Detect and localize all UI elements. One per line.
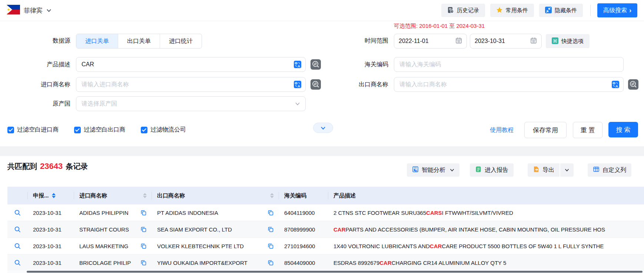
enter-report-label: 进入报告 (485, 166, 508, 174)
sort-icon[interactable] (143, 193, 147, 198)
report-notebook-icon (475, 166, 482, 174)
magnifier-icon[interactable] (14, 226, 21, 233)
copy-icon[interactable] (268, 226, 274, 233)
favorite-conditions-button[interactable]: 常用条件 (490, 4, 534, 17)
copy-icon[interactable] (140, 210, 147, 216)
exporter-input[interactable] (394, 77, 624, 92)
chevron-down-icon (565, 169, 569, 172)
copy-icon[interactable] (140, 243, 147, 249)
filter-blank-exporter[interactable]: 过滤空白出口商 (74, 126, 125, 134)
copy-icon[interactable] (140, 226, 147, 233)
row-importer-cell: ADIDAS PHILIPPIN (74, 204, 152, 221)
result-count-suffix: 条记录 (66, 162, 88, 172)
command-icon: ⌘ (552, 37, 558, 45)
fuzzy-search-toggle-icon[interactable] (311, 59, 321, 70)
tab-import-statistics[interactable]: 进口统计 (160, 34, 202, 48)
search-button[interactable]: 搜 索 (608, 122, 638, 137)
advanced-search-button[interactable]: 高级搜索 › (597, 3, 637, 17)
header-exporter[interactable]: 出口商名称 (152, 187, 279, 204)
row-description: 2 CTNS STC FOOTWEAR SURU365 CARS I FTWWH… (328, 204, 644, 221)
fuzzy-search-toggle-icon[interactable] (628, 79, 638, 90)
hide-conditions-button[interactable]: 隐藏条件 (539, 4, 583, 17)
star-icon (496, 7, 503, 14)
magnifier-icon[interactable] (14, 243, 21, 250)
tab-export-declarations[interactable]: 出口关单 (118, 34, 160, 48)
row-hs-code: 8504409000 (279, 254, 328, 271)
copy-icon[interactable] (268, 260, 274, 266)
filter-blank-importer[interactable]: 过滤空白进口商 (7, 126, 59, 134)
row-exporter-text: YIWU OUKAIDA IMPORT&EXPORT (157, 260, 248, 266)
row-exporter-cell: VOLKER KLEBTECHNIK PTE LTD (152, 238, 279, 254)
header-importer[interactable]: 进口商名称 (74, 187, 152, 204)
row-description: CAR PARTS AND ACCESSORIES (BUMPER, AIR I… (328, 221, 644, 237)
table-body: 2023-10-31 ADIDAS PHILIPPIN PT ADIDAS IN… (7, 204, 644, 271)
row-detail-cell (7, 204, 28, 221)
export-button-group: 导出 (528, 163, 574, 177)
quick-options-button[interactable]: ⌘ 快捷选项 (546, 34, 590, 48)
export-doc-icon (533, 166, 540, 174)
copy-icon[interactable] (140, 260, 147, 266)
importer-input[interactable] (76, 77, 306, 92)
row-hs-code: 8708999900 (279, 221, 328, 237)
translate-icon[interactable]: 中A (294, 81, 301, 88)
tutorial-link[interactable]: 使用教程 (490, 123, 514, 137)
copy-icon[interactable] (268, 210, 274, 216)
smart-analysis-button[interactable]: BI 智能分析 (407, 163, 459, 177)
row-importer-text: ADIDAS PHILIPPIN (79, 210, 129, 216)
row-importer-text: STRAIGHT COURS (79, 226, 129, 233)
hs-code-input[interactable] (394, 57, 624, 72)
export-button[interactable]: 导出 (528, 163, 560, 177)
hide-conditions-label: 隐藏条件 (555, 7, 577, 14)
fuzzy-search-toggle-icon[interactable] (311, 79, 321, 90)
quick-options-label: 快捷选项 (561, 38, 584, 45)
history-button[interactable]: 历史记录 (441, 4, 485, 17)
country-selector[interactable]: 菲律宾 (7, 5, 52, 16)
row-date: 2023-10-31 (28, 204, 74, 221)
row-detail-cell (7, 221, 28, 237)
filter-logistics-company[interactable]: 过滤物流公司 (141, 126, 186, 134)
chevron-down-icon (450, 169, 454, 172)
filter-label: 过滤物流公司 (150, 126, 186, 134)
custom-columns-button[interactable]: 自定义列 (588, 163, 631, 177)
filter-checkbox-row: 过滤空白进口商 过滤空白出口商 过滤物流公司 (7, 126, 186, 134)
exporter-label: 出口商名称 (325, 77, 388, 92)
table-header-row: 申报... 进口商名称 出口商名称 海关编码 产品描述 (7, 187, 644, 204)
translate-icon[interactable]: 中A (294, 61, 301, 68)
row-date: 2023-10-31 (28, 254, 74, 271)
philippines-flag-icon (7, 5, 20, 16)
magnifier-icon[interactable] (14, 209, 21, 216)
export-label: 导出 (542, 166, 554, 174)
favorite-conditions-label: 常用条件 (506, 7, 528, 14)
row-detail-cell (7, 238, 28, 254)
table-row: 2023-10-31 ADIDAS PHILIPPIN PT ADIDAS IN… (7, 204, 644, 221)
chevron-down-icon (321, 126, 326, 130)
bi-analysis-icon: BI (412, 166, 419, 174)
sort-icon[interactable] (52, 193, 56, 198)
sort-icon[interactable] (270, 193, 274, 198)
reset-button[interactable]: 重 置 (573, 122, 602, 138)
header-detail-column (7, 187, 28, 204)
product-desc-input[interactable] (76, 57, 306, 72)
country-name: 菲律宾 (24, 6, 43, 15)
row-description: ESDRAS 8992679 CAR CHARGING CR14 ALUMINI… (328, 254, 644, 271)
save-common-button[interactable]: 保存常用 (524, 122, 567, 138)
collapse-form-button[interactable] (313, 123, 333, 133)
arrow-right-icon: › (629, 7, 631, 14)
export-dropdown-button[interactable] (560, 163, 574, 177)
date-end-field[interactable]: 2023-10-31 (470, 34, 542, 49)
calendar-icon (455, 37, 462, 45)
importer-label: 进口商名称 (7, 77, 70, 92)
origin-country-select[interactable]: 请选择原产国 (76, 96, 306, 111)
header-declaration-date[interactable]: 申报... (28, 187, 74, 204)
enter-report-button[interactable]: 进入报告 (470, 163, 514, 177)
row-importer-text: LAUS MARKETING (79, 243, 129, 249)
row-description: 1X40 VOLTRONIC LUBRICANTS AND CAR CARE P… (328, 238, 644, 254)
date-start-field[interactable]: 2022-11-01 (394, 34, 467, 49)
origin-country-placeholder: 请选择原产国 (82, 100, 117, 108)
translate-icon[interactable]: 中A (612, 81, 619, 88)
magnifier-icon[interactable] (14, 259, 21, 266)
tab-import-declarations[interactable]: 进口关单 (76, 34, 118, 48)
row-hs-code: 6404119000 (279, 204, 328, 221)
copy-icon[interactable] (268, 243, 274, 249)
scrollbar-thumb[interactable] (27, 271, 643, 273)
